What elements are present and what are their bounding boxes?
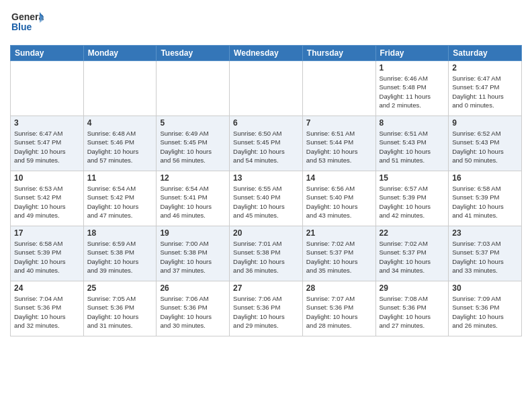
calendar-week-row: 1Sunrise: 6:46 AMSunset: 5:48 PMDaylight… <box>11 61 522 116</box>
day-info: Sunrise: 7:02 AMSunset: 5:37 PMDaylight:… <box>306 239 372 275</box>
calendar-day-cell: 14Sunrise: 6:56 AMSunset: 5:40 PMDayligh… <box>302 171 375 226</box>
day-info: Sunrise: 6:58 AMSunset: 5:39 PMDaylight:… <box>14 239 80 275</box>
day-number: 26 <box>160 283 226 293</box>
day-info: Sunrise: 6:59 AMSunset: 5:38 PMDaylight:… <box>87 239 153 275</box>
day-info: Sunrise: 6:51 AMSunset: 5:43 PMDaylight:… <box>380 129 445 165</box>
logo-icon: General Blue <box>10 7 44 37</box>
calendar-day-cell: 15Sunrise: 6:57 AMSunset: 5:39 PMDayligh… <box>375 171 449 226</box>
day-number: 11 <box>87 173 153 183</box>
weekday-header-cell: Monday <box>83 46 157 61</box>
day-info: Sunrise: 6:51 AMSunset: 5:44 PMDaylight:… <box>306 129 372 165</box>
day-number: 5 <box>160 118 226 128</box>
day-info: Sunrise: 6:48 AMSunset: 5:46 PMDaylight:… <box>87 129 153 165</box>
day-number: 23 <box>452 228 518 238</box>
day-number: 10 <box>14 173 80 183</box>
page-header: General Blue <box>10 7 522 40</box>
calendar-day-cell: 25Sunrise: 7:05 AMSunset: 5:36 PMDayligh… <box>83 281 157 336</box>
day-number: 9 <box>452 118 518 128</box>
calendar-day-cell: 5Sunrise: 6:49 AMSunset: 5:45 PMDaylight… <box>157 116 230 171</box>
day-number: 16 <box>452 173 518 183</box>
day-info: Sunrise: 7:07 AMSunset: 5:36 PMDaylight:… <box>306 294 372 330</box>
day-number: 20 <box>233 228 299 238</box>
calendar-day-cell: 2Sunrise: 6:47 AMSunset: 5:47 PMDaylight… <box>449 61 522 116</box>
calendar-day-cell: 19Sunrise: 7:00 AMSunset: 5:38 PMDayligh… <box>157 226 230 281</box>
calendar-day-cell <box>157 61 230 116</box>
day-number: 13 <box>233 173 299 183</box>
day-info: Sunrise: 6:46 AMSunset: 5:48 PMDaylight:… <box>380 74 445 109</box>
calendar-day-cell: 30Sunrise: 7:09 AMSunset: 5:36 PMDayligh… <box>449 281 522 336</box>
day-number: 21 <box>306 228 372 238</box>
day-number: 19 <box>160 228 226 238</box>
calendar-day-cell <box>230 61 303 116</box>
calendar-day-cell: 26Sunrise: 7:06 AMSunset: 5:36 PMDayligh… <box>157 281 230 336</box>
svg-text:General: General <box>11 11 44 22</box>
day-number: 7 <box>306 118 372 128</box>
weekday-header-row: SundayMondayTuesdayWednesdayThursdayFrid… <box>11 46 522 61</box>
calendar-day-cell <box>11 61 84 116</box>
calendar-day-cell: 7Sunrise: 6:51 AMSunset: 5:44 PMDaylight… <box>302 116 375 171</box>
calendar-day-cell: 22Sunrise: 7:02 AMSunset: 5:37 PMDayligh… <box>375 226 449 281</box>
day-number: 17 <box>14 228 80 238</box>
weekday-header-cell: Tuesday <box>157 46 230 61</box>
day-number: 29 <box>380 283 445 293</box>
calendar-day-cell: 10Sunrise: 6:53 AMSunset: 5:42 PMDayligh… <box>11 171 84 226</box>
day-info: Sunrise: 6:52 AMSunset: 5:43 PMDaylight:… <box>452 129 518 165</box>
day-number: 24 <box>14 283 80 293</box>
calendar-day-cell: 8Sunrise: 6:51 AMSunset: 5:43 PMDaylight… <box>375 116 449 171</box>
calendar-day-cell: 23Sunrise: 7:03 AMSunset: 5:37 PMDayligh… <box>449 226 522 281</box>
calendar-day-cell: 28Sunrise: 7:07 AMSunset: 5:36 PMDayligh… <box>302 281 375 336</box>
day-number: 6 <box>233 118 299 128</box>
calendar-day-cell: 24Sunrise: 7:04 AMSunset: 5:36 PMDayligh… <box>11 281 84 336</box>
calendar-day-cell <box>83 61 157 116</box>
day-number: 30 <box>452 283 518 293</box>
calendar-day-cell: 9Sunrise: 6:52 AMSunset: 5:43 PMDaylight… <box>449 116 522 171</box>
calendar-day-cell: 16Sunrise: 6:58 AMSunset: 5:39 PMDayligh… <box>449 171 522 226</box>
calendar-week-row: 3Sunrise: 6:47 AMSunset: 5:47 PMDaylight… <box>11 116 522 171</box>
calendar-body: 1Sunrise: 6:46 AMSunset: 5:48 PMDaylight… <box>11 61 522 336</box>
weekday-header-cell: Sunday <box>11 46 84 61</box>
calendar-day-cell: 18Sunrise: 6:59 AMSunset: 5:38 PMDayligh… <box>83 226 157 281</box>
day-info: Sunrise: 6:53 AMSunset: 5:42 PMDaylight:… <box>14 184 80 220</box>
weekday-header-cell: Friday <box>375 46 449 61</box>
day-info: Sunrise: 7:01 AMSunset: 5:38 PMDaylight:… <box>233 239 299 275</box>
day-number: 28 <box>306 283 372 293</box>
weekday-header-cell: Saturday <box>449 46 522 61</box>
weekday-header-cell: Wednesday <box>230 46 303 61</box>
day-info: Sunrise: 7:09 AMSunset: 5:36 PMDaylight:… <box>452 294 518 330</box>
logo: General Blue <box>10 7 44 40</box>
day-info: Sunrise: 6:58 AMSunset: 5:39 PMDaylight:… <box>452 184 518 220</box>
calendar-table: SundayMondayTuesdayWednesdayThursdayFrid… <box>10 45 522 336</box>
day-info: Sunrise: 6:54 AMSunset: 5:42 PMDaylight:… <box>87 184 153 220</box>
day-number: 4 <box>87 118 153 128</box>
day-info: Sunrise: 7:03 AMSunset: 5:37 PMDaylight:… <box>452 239 518 275</box>
calendar-day-cell: 3Sunrise: 6:47 AMSunset: 5:47 PMDaylight… <box>11 116 84 171</box>
calendar-week-row: 24Sunrise: 7:04 AMSunset: 5:36 PMDayligh… <box>11 281 522 336</box>
day-number: 18 <box>87 228 153 238</box>
calendar-day-cell: 20Sunrise: 7:01 AMSunset: 5:38 PMDayligh… <box>230 226 303 281</box>
day-info: Sunrise: 7:06 AMSunset: 5:36 PMDaylight:… <box>233 294 299 330</box>
day-number: 8 <box>380 118 445 128</box>
calendar-day-cell <box>302 61 375 116</box>
calendar-day-cell: 4Sunrise: 6:48 AMSunset: 5:46 PMDaylight… <box>83 116 157 171</box>
day-number: 14 <box>306 173 372 183</box>
day-info: Sunrise: 7:08 AMSunset: 5:36 PMDaylight:… <box>380 294 445 330</box>
day-number: 15 <box>380 173 445 183</box>
svg-text:Blue: Blue <box>11 21 32 32</box>
day-number: 3 <box>14 118 80 128</box>
day-number: 1 <box>380 63 445 73</box>
calendar-day-cell: 17Sunrise: 6:58 AMSunset: 5:39 PMDayligh… <box>11 226 84 281</box>
weekday-header-cell: Thursday <box>302 46 375 61</box>
calendar-day-cell: 21Sunrise: 7:02 AMSunset: 5:37 PMDayligh… <box>302 226 375 281</box>
day-number: 12 <box>160 173 226 183</box>
calendar-day-cell: 1Sunrise: 6:46 AMSunset: 5:48 PMDaylight… <box>375 61 449 116</box>
day-number: 25 <box>87 283 153 293</box>
day-info: Sunrise: 6:47 AMSunset: 5:47 PMDaylight:… <box>14 129 80 165</box>
calendar-day-cell: 6Sunrise: 6:50 AMSunset: 5:45 PMDaylight… <box>230 116 303 171</box>
day-info: Sunrise: 6:49 AMSunset: 5:45 PMDaylight:… <box>160 129 226 165</box>
day-info: Sunrise: 6:57 AMSunset: 5:39 PMDaylight:… <box>380 184 445 220</box>
day-info: Sunrise: 7:00 AMSunset: 5:38 PMDaylight:… <box>160 239 226 275</box>
calendar-week-row: 10Sunrise: 6:53 AMSunset: 5:42 PMDayligh… <box>11 171 522 226</box>
day-number: 2 <box>452 63 518 73</box>
day-info: Sunrise: 6:47 AMSunset: 5:47 PMDaylight:… <box>452 74 518 109</box>
day-info: Sunrise: 7:04 AMSunset: 5:36 PMDaylight:… <box>14 294 80 330</box>
